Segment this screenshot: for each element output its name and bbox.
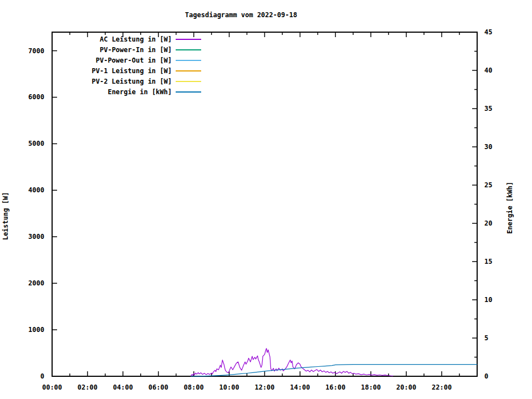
y-tick-label: 1000 (28, 326, 44, 334)
x-tick-label: 12:00 (254, 383, 274, 391)
x-tick-label: 08:00 (184, 383, 204, 391)
y2-axis-title: Energie [kWh] (506, 182, 514, 234)
y2-tick-label: 35 (484, 105, 492, 112)
y2-tick-label: 30 (484, 143, 492, 151)
legend-label: PV-Power-Out in [W] (96, 57, 172, 64)
y2-tick-label: 40 (484, 66, 492, 74)
y2-tick-label: 0 (484, 372, 488, 380)
legend-label: AC Leistung in [W] (100, 35, 172, 43)
chart-title: Tagesdiagramm vom 2022-09-18 (185, 11, 297, 19)
y-tick-label: 7000 (28, 47, 44, 55)
x-tick-label: 22:00 (432, 383, 452, 391)
y2-tick-label: 25 (484, 181, 492, 189)
y2-tick-label: 15 (484, 258, 492, 265)
tagesdiagramm-chart: Tagesdiagramm vom 2022-09-18 Leistung [W… (0, 0, 532, 399)
x-tick-label: 18:00 (361, 383, 381, 391)
y2-tick-label: 45 (484, 28, 492, 36)
y-axis-title: Leistung [W] (2, 192, 9, 241)
series-line-1 (191, 349, 393, 376)
x-tick-label: 00:00 (42, 383, 62, 391)
legend: AC Leistung in [W]PV-Power-In in [W]PV-P… (92, 35, 202, 96)
series-line-6 (191, 365, 477, 376)
legend-label: PV-Power-In in [W] (100, 46, 172, 54)
y2-tick-label: 10 (484, 296, 492, 304)
y-tick-label: 3000 (28, 233, 44, 241)
y-tick-label: 0 (40, 372, 44, 380)
x-tick-label: 10:00 (219, 383, 239, 391)
x-tick-label: 02:00 (78, 383, 98, 391)
y-tick-label: 4000 (28, 186, 44, 194)
x-tick-label: 20:00 (396, 383, 416, 391)
legend-label: PV-2 Leistung in [W] (92, 78, 172, 85)
y2-tick-label: 20 (484, 219, 492, 227)
y2-tick-label: 5 (484, 334, 488, 342)
y-tick-label: 2000 (28, 279, 44, 287)
legend-label: Energie in [kWh] (108, 88, 172, 96)
x-tick-label: 14:00 (290, 383, 310, 391)
y-tick-label: 6000 (28, 93, 44, 101)
x-tick-label: 04:00 (113, 383, 133, 391)
y-tick-label: 5000 (28, 140, 44, 147)
legend-label: PV-1 Leistung in [W] (92, 67, 172, 75)
x-tick-label: 06:00 (149, 383, 168, 391)
x-tick-label: 16:00 (325, 383, 345, 391)
series-lines (191, 349, 477, 376)
chart-screen: Tagesdiagramm vom 2022-09-18 Leistung [W… (0, 0, 532, 399)
